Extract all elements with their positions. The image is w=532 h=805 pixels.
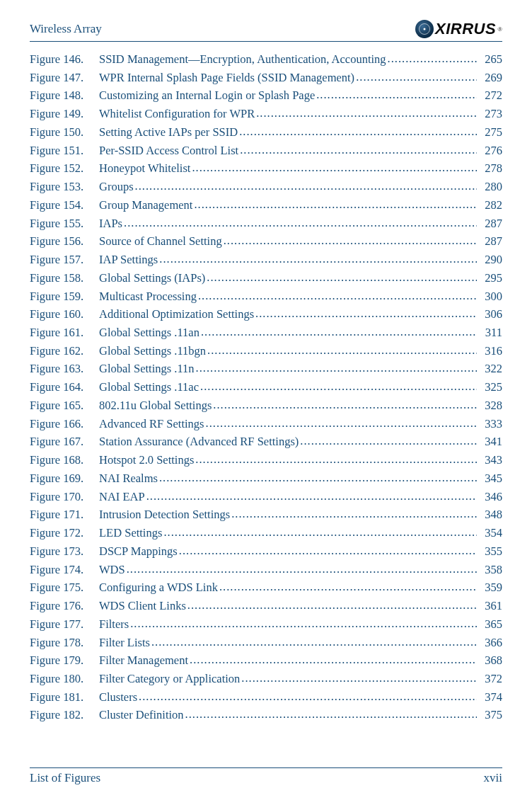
figure-number: Figure 173.: [30, 542, 99, 561]
figure-entry[interactable]: Figure 178.Filter Lists 366: [30, 634, 502, 652]
figure-page: 287: [478, 215, 502, 233]
figure-page: 316: [478, 342, 502, 360]
figure-entry[interactable]: Figure 167.Station Assurance (Advanced R…: [30, 433, 502, 451]
figure-entry[interactable]: Figure 149.Whitelist Configuration for W…: [30, 105, 502, 123]
figure-title: Cluster Definition: [99, 706, 184, 724]
figure-title: Additional Optimization Settings: [99, 305, 254, 324]
figure-number: Figure 174.: [30, 561, 99, 579]
figure-entry[interactable]: Figure 174.WDS 358: [30, 561, 502, 579]
figure-entry[interactable]: Figure 163.Global Settings .11n 322: [30, 360, 502, 378]
header-title: Wireless Array: [30, 22, 102, 36]
figure-number: Figure 181.: [30, 688, 99, 707]
figure-page: 322: [478, 360, 502, 378]
leader-dots: [192, 159, 477, 178]
figure-entry[interactable]: Figure 151.Per-SSID Access Control List …: [30, 142, 502, 160]
figure-entry[interactable]: Figure 171.Intrusion Detection Settings …: [30, 506, 502, 524]
page-header: Wireless Array XIRRUS®: [30, 20, 502, 42]
figure-page: 265: [478, 50, 502, 69]
figure-entry[interactable]: Figure 159.Multicast Processing 300: [30, 287, 502, 306]
figure-page: 368: [478, 651, 502, 670]
figure-title: IAP Settings: [99, 251, 158, 269]
leader-dots: [356, 69, 477, 87]
figure-entry[interactable]: Figure 172.LED Settings 354: [30, 524, 502, 542]
figure-entry[interactable]: Figure 160.Additional Optimization Setti…: [30, 305, 502, 324]
figure-entry[interactable]: Figure 150.Setting Active IAPs per SSID …: [30, 123, 502, 142]
figure-number: Figure 179.: [30, 651, 99, 670]
figure-entry[interactable]: Figure 168.Hotspot 2.0 Settings 343: [30, 451, 502, 469]
figure-page: 276: [478, 142, 502, 160]
figure-entry[interactable]: Figure 182.Cluster Definition 375: [30, 706, 502, 724]
figure-page: 361: [478, 597, 502, 615]
figure-entry[interactable]: Figure 165.802.11u Global Settings 328: [30, 396, 502, 415]
figure-page: 355: [478, 542, 502, 561]
figure-number: Figure 180.: [30, 670, 99, 688]
figure-page: 341: [478, 433, 502, 451]
figure-number: Figure 162.: [30, 342, 99, 360]
leader-dots: [201, 324, 477, 342]
figure-page: 372: [478, 670, 502, 688]
figure-title: Global Settings (IAPs): [99, 269, 205, 287]
figure-entry[interactable]: Figure 146.SSID Management—Encryption, A…: [30, 50, 502, 69]
leader-dots: [179, 542, 477, 561]
figure-number: Figure 178.: [30, 634, 99, 652]
figure-title: WDS: [99, 561, 125, 579]
figure-entry[interactable]: Figure 153.Groups 280: [30, 178, 502, 196]
figure-entry[interactable]: Figure 154.Group Management 282: [30, 196, 502, 215]
figure-title: Setting Active IAPs per SSID: [99, 123, 238, 142]
figure-entry[interactable]: Figure 148.Customizing an Internal Login…: [30, 86, 502, 105]
figure-number: Figure 168.: [30, 451, 99, 469]
figure-entry[interactable]: Figure 175.Configuring a WDS Link 359: [30, 578, 502, 597]
figure-entry[interactable]: Figure 179.Filter Management 368: [30, 651, 502, 670]
figure-number: Figure 171.: [30, 506, 99, 524]
figure-title: Hotspot 2.0 Settings: [99, 451, 194, 469]
leader-dots: [190, 651, 477, 670]
figure-entry[interactable]: Figure 161.Global Settings .11an 311: [30, 324, 502, 342]
figure-entry[interactable]: Figure 169.NAI Realms 345: [30, 469, 502, 488]
leader-dots: [388, 50, 477, 69]
leader-dots: [135, 178, 477, 196]
figure-entry[interactable]: Figure 162.Global Settings .11bgn 316: [30, 342, 502, 360]
leader-dots: [241, 670, 477, 688]
figure-number: Figure 165.: [30, 396, 99, 415]
leader-dots: [207, 269, 477, 287]
figure-title: NAI EAP: [99, 488, 145, 506]
figure-title: NAI Realms: [99, 469, 158, 488]
figure-page: 328: [478, 396, 502, 415]
figure-page: 359: [478, 578, 502, 597]
figure-entry[interactable]: Figure 155.IAPs 287: [30, 215, 502, 233]
figure-number: Figure 154.: [30, 196, 99, 215]
figure-title: SSID Management—Encryption, Authenticati…: [99, 50, 386, 69]
figure-title: Per-SSID Access Control List: [99, 142, 238, 160]
leader-dots: [198, 287, 477, 306]
figure-entry[interactable]: Figure 180.Filter Category or Applicatio…: [30, 670, 502, 688]
figure-number: Figure 161.: [30, 324, 99, 342]
figure-title: Multicast Processing: [99, 287, 197, 306]
leader-dots: [207, 342, 477, 360]
figure-entry[interactable]: Figure 156.Source of Channel Setting 287: [30, 232, 502, 251]
figure-entry[interactable]: Figure 158.Global Settings (IAPs) 295: [30, 269, 502, 287]
leader-dots: [194, 196, 477, 215]
figure-entry[interactable]: Figure 173.DSCP Mappings 355: [30, 542, 502, 561]
figure-number: Figure 157.: [30, 251, 99, 269]
figure-title: Honeypot Whitelist: [99, 159, 190, 178]
figure-entry[interactable]: Figure 147.WPR Internal Splash Page Fiel…: [30, 69, 502, 87]
figure-page: 280: [478, 178, 502, 196]
leader-dots: [200, 378, 477, 396]
figure-page: 300: [478, 287, 502, 306]
figure-number: Figure 164.: [30, 378, 99, 396]
figure-entry[interactable]: Figure 177.Filters 365: [30, 615, 502, 634]
figure-entry[interactable]: Figure 166.Advanced RF Settings 333: [30, 415, 502, 433]
figure-page: 290: [478, 251, 502, 269]
figure-title: Global Settings .11bgn: [99, 342, 206, 360]
figure-entry[interactable]: Figure 157.IAP Settings 290: [30, 251, 502, 269]
leader-dots: [224, 232, 477, 251]
figure-entry[interactable]: Figure 152.Honeypot Whitelist 278: [30, 159, 502, 178]
figure-entry[interactable]: Figure 170.NAI EAP 346: [30, 488, 502, 506]
figure-entry[interactable]: Figure 181.Clusters 374: [30, 688, 502, 707]
figure-number: Figure 175.: [30, 578, 99, 597]
figure-entry[interactable]: Figure 176.WDS Client Links 361: [30, 597, 502, 615]
figure-title: Group Management: [99, 196, 192, 215]
figure-entry[interactable]: Figure 164.Global Settings .11ac 325: [30, 378, 502, 396]
leader-dots: [163, 524, 477, 542]
figure-number: Figure 150.: [30, 123, 99, 142]
